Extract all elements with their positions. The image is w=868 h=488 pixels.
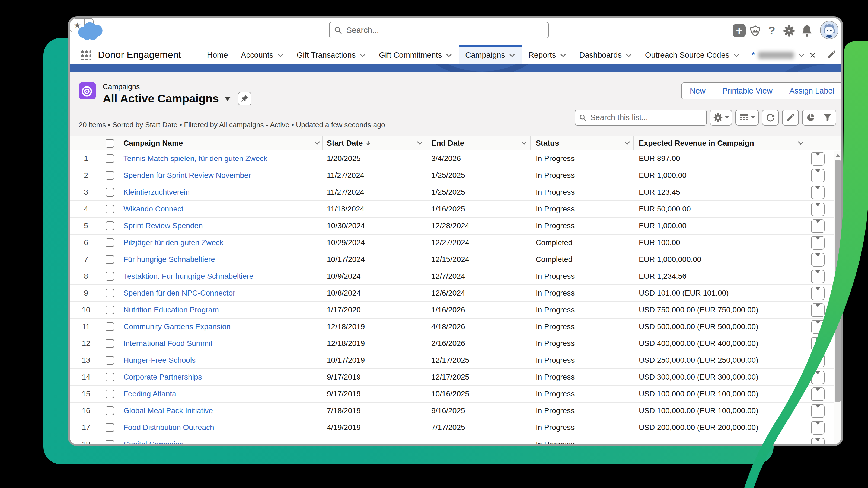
column-menu-chevron-icon[interactable] bbox=[314, 141, 320, 145]
row-actions-button[interactable] bbox=[811, 287, 825, 300]
chevron-down-icon[interactable] bbox=[560, 54, 566, 57]
row-actions-button[interactable] bbox=[811, 186, 825, 199]
charts-button[interactable] bbox=[803, 110, 819, 125]
column-menu-chevron-icon[interactable] bbox=[416, 141, 423, 145]
app-launcher-waffle-icon[interactable] bbox=[80, 50, 91, 61]
campaign-name-link[interactable]: Capital Campaign bbox=[123, 436, 184, 446]
nav-tab-accounts[interactable]: Accounts bbox=[235, 45, 290, 64]
row-actions-button[interactable] bbox=[811, 219, 825, 233]
quick-create-plus-button[interactable]: + bbox=[733, 24, 746, 37]
campaign-name-link[interactable]: International Food Summit bbox=[123, 335, 212, 352]
row-checkbox[interactable] bbox=[105, 390, 114, 398]
row-checkbox[interactable] bbox=[105, 322, 114, 331]
printable-view-button[interactable]: Printable View bbox=[714, 83, 781, 99]
campaign-name-link[interactable]: Für hungrige Schnabeltiere bbox=[123, 251, 215, 268]
row-checkbox[interactable] bbox=[105, 171, 114, 180]
edit-nav-pencil-icon[interactable] bbox=[827, 50, 837, 60]
row-actions-button[interactable] bbox=[811, 236, 825, 250]
global-search-input[interactable] bbox=[346, 25, 544, 35]
row-checkbox[interactable] bbox=[105, 373, 114, 382]
nav-tab-outreach-source-codes[interactable]: Outreach Source Codes bbox=[639, 45, 746, 64]
campaign-name-link[interactable]: Sprint Review Spenden bbox=[123, 218, 203, 234]
nav-tab-campaigns[interactable]: Campaigns bbox=[459, 45, 522, 64]
row-actions-button[interactable] bbox=[811, 438, 825, 446]
global-search-box[interactable] bbox=[329, 22, 549, 38]
row-actions-button[interactable] bbox=[811, 320, 825, 334]
campaign-name-link[interactable]: Spenden für den NPC-Connector bbox=[123, 285, 235, 301]
list-view-selector-caret-icon[interactable] bbox=[224, 97, 231, 101]
setup-gear-icon[interactable] bbox=[782, 24, 796, 37]
list-view-controls-button[interactable] bbox=[710, 109, 732, 126]
guidance-center-icon[interactable] bbox=[749, 25, 762, 37]
row-checkbox[interactable] bbox=[105, 222, 114, 230]
inline-edit-button[interactable] bbox=[782, 109, 799, 126]
row-actions-button[interactable] bbox=[811, 337, 825, 351]
column-header-expected-revenue-in-campaign[interactable]: Expected Revenue in Campaign bbox=[639, 136, 754, 150]
chevron-down-icon[interactable] bbox=[360, 54, 366, 57]
row-checkbox[interactable] bbox=[105, 423, 114, 432]
nav-temp-tab[interactable]: * bbox=[746, 45, 821, 64]
campaign-name-link[interactable]: Hunger-Free Schools bbox=[123, 352, 195, 368]
list-view-title[interactable]: All Active Campaigns bbox=[103, 92, 219, 105]
refresh-button[interactable] bbox=[762, 109, 779, 126]
campaign-name-link[interactable]: Community Gardens Expansion bbox=[123, 319, 230, 335]
row-actions-button[interactable] bbox=[811, 404, 825, 418]
vertical-scrollbar-thumb[interactable] bbox=[835, 160, 841, 401]
list-search-box[interactable] bbox=[575, 109, 707, 126]
notifications-bell-icon[interactable] bbox=[801, 24, 813, 38]
row-checkbox[interactable] bbox=[105, 440, 114, 446]
campaign-name-link[interactable]: Kleintierzuchtverein bbox=[123, 184, 190, 200]
new-button[interactable]: New bbox=[682, 83, 714, 99]
column-header-start-date[interactable]: Start Date bbox=[327, 136, 371, 150]
campaign-name-link[interactable]: Food Distribution Outreach bbox=[123, 419, 214, 436]
row-checkbox[interactable] bbox=[105, 305, 114, 314]
nav-tab-reports[interactable]: Reports bbox=[522, 45, 573, 64]
scrollbar-up-arrow[interactable] bbox=[836, 154, 840, 157]
row-actions-button[interactable] bbox=[811, 421, 825, 434]
row-actions-button[interactable] bbox=[811, 152, 825, 166]
row-actions-button[interactable] bbox=[811, 387, 825, 401]
campaign-name-link[interactable]: Spenden für Sprint Review November bbox=[123, 167, 251, 184]
row-checkbox[interactable] bbox=[105, 289, 114, 297]
campaign-name-link[interactable]: Corporate Partnerships bbox=[123, 369, 202, 385]
pin-list-view-button[interactable] bbox=[238, 92, 251, 105]
row-actions-button[interactable] bbox=[811, 370, 825, 384]
chevron-down-icon[interactable] bbox=[277, 54, 284, 57]
column-menu-chevron-icon[interactable] bbox=[521, 141, 527, 145]
assign-label-button[interactable]: Assign Label bbox=[781, 83, 842, 99]
row-actions-button[interactable] bbox=[811, 303, 825, 317]
campaign-name-link[interactable]: Global Meal Pack Initiative bbox=[123, 402, 213, 419]
nav-tab-gift-transactions[interactable]: Gift Transactions bbox=[290, 45, 373, 64]
campaign-name-link[interactable]: Wikando Connect bbox=[123, 201, 183, 217]
row-actions-button[interactable] bbox=[811, 354, 825, 367]
row-checkbox[interactable] bbox=[105, 272, 114, 281]
campaign-name-link[interactable]: Testaktion: Für hungrige Schnabeltiere bbox=[123, 268, 253, 284]
chevron-down-icon[interactable] bbox=[446, 54, 452, 57]
row-checkbox[interactable] bbox=[105, 238, 114, 247]
row-actions-button[interactable] bbox=[811, 270, 825, 283]
row-actions-button[interactable] bbox=[811, 253, 825, 266]
row-checkbox[interactable] bbox=[105, 205, 114, 214]
campaign-name-link[interactable]: Pilzjäger für den guten Zweck bbox=[123, 234, 223, 251]
chevron-down-icon[interactable] bbox=[509, 54, 516, 57]
campaign-name-link[interactable]: Feeding Atlanta bbox=[123, 386, 176, 402]
chevron-down-icon[interactable] bbox=[798, 54, 805, 57]
chevron-down-icon[interactable] bbox=[625, 54, 632, 57]
list-search-input[interactable] bbox=[590, 113, 703, 122]
row-checkbox[interactable] bbox=[105, 188, 114, 197]
nav-tab-home[interactable]: Home bbox=[200, 45, 235, 64]
row-actions-button[interactable] bbox=[811, 202, 825, 216]
row-checkbox[interactable] bbox=[105, 154, 114, 163]
column-menu-chevron-icon[interactable] bbox=[624, 141, 630, 145]
row-checkbox[interactable] bbox=[105, 255, 114, 264]
column-header-campaign-name[interactable]: Campaign Name bbox=[123, 136, 183, 150]
help-icon[interactable]: ? bbox=[766, 24, 778, 37]
filters-button[interactable] bbox=[819, 110, 836, 125]
display-as-button[interactable] bbox=[735, 109, 759, 126]
row-checkbox[interactable] bbox=[105, 339, 114, 348]
campaign-name-link[interactable]: Tennis Match spielen, für den guten Zwec… bbox=[123, 151, 268, 167]
nav-tab-dashboards[interactable]: Dashboards bbox=[573, 45, 639, 64]
row-actions-button[interactable] bbox=[811, 169, 825, 183]
row-checkbox[interactable] bbox=[105, 356, 114, 365]
column-menu-chevron-icon[interactable] bbox=[798, 141, 804, 145]
